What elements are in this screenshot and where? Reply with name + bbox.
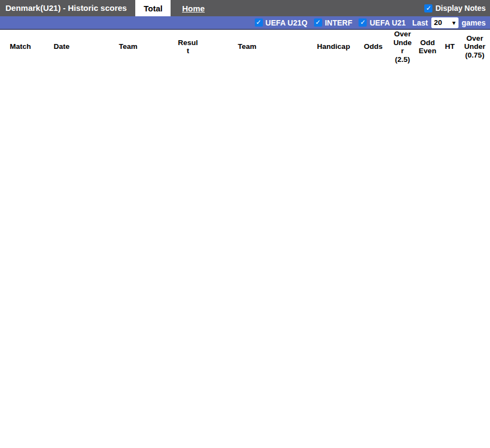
column-header xyxy=(292,30,311,64)
column-header: HT xyxy=(440,30,460,64)
checkbox-checked-icon: ✓ xyxy=(424,4,432,12)
table-header-row: MatchDateTeamResultTeamHandicapOddsOver … xyxy=(0,30,490,64)
column-header: Odds xyxy=(356,30,390,64)
filter-uefa-u21q[interactable]: ✓UEFA U21Q xyxy=(255,18,307,27)
column-header: Odd Even xyxy=(415,30,440,64)
last-label: Last xyxy=(412,18,428,27)
filter-label: UEFA U21 xyxy=(369,18,405,27)
title-bar: Denmark(U21) - Historic scores Total Hom… xyxy=(0,0,490,16)
filter-interf[interactable]: ✓INTERF xyxy=(314,18,353,27)
filter-label: INTERF xyxy=(325,18,353,27)
display-notes-label: Display Notes xyxy=(435,4,486,12)
last-games-group: Last 20 ▾ games xyxy=(412,17,486,28)
filter-label: UEFA U21Q xyxy=(266,18,307,27)
games-label: games xyxy=(462,18,486,27)
tab-total[interactable]: Total xyxy=(135,0,171,16)
checkbox-checked-icon: ✓ xyxy=(314,18,322,27)
topbar-spacer xyxy=(213,0,425,16)
column-header: Match xyxy=(0,30,41,64)
column-header: Result xyxy=(174,30,202,64)
historic-scores-table: MatchDateTeamResultTeamHandicapOddsOver … xyxy=(0,30,490,64)
tab-home[interactable]: Home xyxy=(174,0,213,16)
chevron-down-icon: ▾ xyxy=(453,20,456,26)
column-header: Team xyxy=(202,30,292,64)
page-title: Denmark(U21) - Historic scores xyxy=(0,0,127,16)
column-header: Handicap xyxy=(311,30,356,64)
column-header: Date xyxy=(41,30,83,64)
column-header: Over Under (2.5) xyxy=(390,30,415,64)
games-count-value: 20 xyxy=(434,18,442,27)
games-count-select[interactable]: 20 ▾ xyxy=(431,17,458,28)
checkbox-checked-icon: ✓ xyxy=(255,18,263,27)
column-header: Team xyxy=(83,30,174,64)
display-notes-toggle[interactable]: ✓ Display Notes xyxy=(424,0,486,16)
filter-bar: ✓UEFA U21Q✓INTERF✓UEFA U21 Last 20 ▾ gam… xyxy=(0,16,490,30)
filter-uefa-u21[interactable]: ✓UEFA U21 xyxy=(359,18,405,27)
competition-filters: ✓UEFA U21Q✓INTERF✓UEFA U21 xyxy=(255,18,406,27)
checkbox-checked-icon: ✓ xyxy=(359,18,367,27)
column-header: Over Under (0.75) xyxy=(460,30,490,64)
